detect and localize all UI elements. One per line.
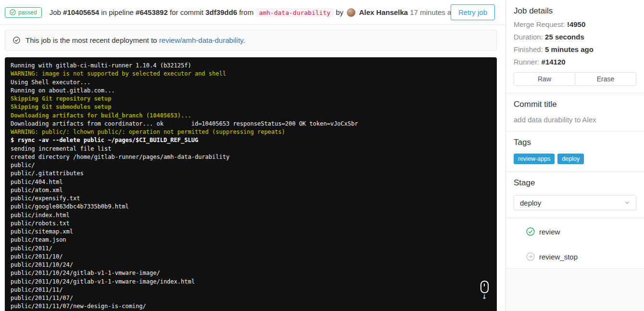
log-line: public/2011/11/07/ (11, 294, 491, 302)
pipeline-id-link[interactable]: #6453892 (136, 8, 168, 16)
log-line: Skipping Git repository setup (11, 95, 491, 103)
tag-badge[interactable]: review-apps (514, 154, 555, 164)
build-item[interactable]: review_stop (526, 251, 636, 262)
job-label: Job (50, 8, 61, 16)
log-line: public/atom.xml (11, 186, 491, 194)
build-name: review_stop (539, 253, 578, 261)
commit-sha-link[interactable]: 3df39dd6 (205, 8, 237, 16)
build-header: passed Job #10405654 in pipeline #645389… (0, 0, 505, 25)
chevron-down-icon (624, 200, 630, 206)
branch-ref-link[interactable]: amh-data-durability (255, 8, 334, 17)
from-label: from (239, 8, 253, 16)
tag-list: review-apps deploy (514, 154, 636, 164)
job-trace-terminal[interactable]: Running with gitlab-ci-multi-runner 1.10… (5, 57, 497, 311)
log-line: sending incremental file list (11, 145, 491, 153)
author-name-link[interactable]: Alex Hanselka (359, 8, 408, 16)
status-label: passed (18, 9, 37, 16)
log-line: public/team.json (11, 236, 491, 244)
build-item[interactable]: review (526, 226, 636, 237)
notice-suffix: . (243, 36, 245, 44)
log-line: public/2011/10/24/gitlab-v1-1-vmware-ima… (11, 269, 491, 277)
log-line: public/2011/11/ (11, 286, 491, 294)
log-line: public/2011/11/07/new-design-is-coming/ (11, 302, 491, 311)
log-line: public/2011/10/24/ (11, 261, 491, 269)
log-line: public/404.html (11, 178, 491, 186)
stage-header: Stage (514, 178, 636, 188)
job-details-list: Merge Request: !4950 Duration: 25 second… (514, 20, 636, 66)
detail-label: Runner: (514, 58, 539, 66)
log-line: WARNING: public/: lchown public/: operat… (11, 128, 491, 136)
stage-block: Stage deploy (506, 172, 644, 218)
job-sidebar: Job details Merge Request: !4950 Duratio… (505, 0, 644, 311)
status-manual-icon (526, 252, 535, 261)
detail-row: Duration: 25 seconds (514, 33, 636, 41)
environment-link[interactable]: review/amh-data-durability (159, 36, 243, 44)
log-line: Running on about.gitlab.com... (11, 87, 491, 95)
build-name: review (539, 228, 560, 236)
log-line: Skipping Git submodules setup (11, 103, 491, 111)
commit-title-header: Commit title (514, 100, 636, 109)
job-id-link[interactable]: #10405654 (63, 8, 99, 16)
time-ago: 17 minutes ago (410, 8, 451, 16)
log-line: public/2011/10/ (11, 253, 491, 261)
commit-title-text: add data durability to Alex (514, 116, 636, 124)
log-line: public/sitemap.xml (11, 228, 491, 236)
log-line: public/robots.txt (11, 220, 491, 228)
job-details-title: Job details (514, 6, 636, 16)
log-line: public/2011/10/24/gitlab-v1-1-vmware-ima… (11, 278, 491, 286)
job-page: passed Job #10405654 in pipeline #645389… (0, 0, 644, 311)
raw-button[interactable]: Raw (514, 72, 575, 86)
detail-label: Merge Request: (514, 20, 565, 28)
tag-badge[interactable]: deploy (557, 154, 584, 164)
log-line: $ rsync -av --delete public ~/pages/$CI_… (11, 136, 491, 144)
detail-value: !4950 (567, 20, 585, 28)
log-line: Running with gitlab-ci-multi-runner 1.10… (11, 62, 491, 70)
detail-row: Runner: #14120 (514, 58, 636, 66)
commit-title-block: Commit title add data durability to Alex (506, 93, 644, 131)
log-line: public/ (11, 161, 491, 169)
sidebar-empty-area (506, 269, 644, 311)
check-circle-icon (10, 9, 16, 15)
by-label: by (336, 8, 343, 16)
log-line: public/google863dbc4b7335b0b9.html (11, 203, 491, 211)
log-line: public/expensify.txt (11, 194, 491, 203)
log-line: Using Shell executor... (11, 78, 491, 87)
stage-select[interactable]: deploy (514, 195, 636, 210)
status-badge[interactable]: passed (5, 7, 42, 18)
trace-actions: Raw Erase (514, 72, 636, 86)
log-line: Downloading artifacts for build_branch (… (11, 112, 491, 120)
deployment-notice-text: This job is the most recent deployment t… (25, 36, 245, 44)
log-line: public/2011/ (11, 245, 491, 253)
job-summary: Job #10405654 in pipeline #6453892 for c… (50, 8, 451, 17)
notice-text: This job is the most recent deployment t… (25, 36, 157, 44)
check-circle-icon (13, 37, 20, 44)
status-success-icon (526, 227, 535, 236)
main-column: passed Job #10405654 in pipeline #645389… (0, 0, 505, 311)
stage-builds-list: review review_stop (506, 218, 644, 269)
detail-row: Finished: 5 minutes ago (514, 45, 636, 53)
tags-block: Tags review-apps deploy (506, 131, 644, 172)
autoscroll-indicator[interactable]: ↓ (479, 281, 490, 300)
log-line: Downloading artifacts from coordinator..… (11, 120, 491, 128)
log-line: public/.gitattributes (11, 169, 491, 178)
detail-value: 25 seconds (545, 33, 584, 41)
detail-row: Merge Request: !4950 (514, 20, 636, 28)
log-line: public/index.html (11, 211, 491, 220)
for-commit-label: for commit (170, 8, 203, 16)
erase-button[interactable]: Erase (575, 72, 636, 86)
mouse-scroll-icon (480, 281, 489, 293)
author-avatar[interactable] (347, 8, 355, 17)
detail-label: Finished: (514, 45, 543, 53)
tags-header: Tags (514, 138, 636, 147)
log-line: created directory /home/gitlab-runner/pa… (11, 153, 491, 161)
arrow-down-icon: ↓ (479, 294, 490, 300)
deployment-notice: This job is the most recent deployment t… (5, 30, 497, 51)
in-pipeline-label: in pipeline (101, 8, 134, 16)
retry-job-button[interactable]: Retry job (451, 4, 495, 20)
job-details-block: Job details Merge Request: !4950 Duratio… (506, 0, 644, 93)
log-line: WARNING: image is not supported by selec… (11, 70, 491, 78)
detail-label: Duration: (514, 33, 543, 41)
detail-value: #14120 (542, 58, 566, 66)
detail-value: 5 minutes ago (545, 45, 593, 53)
stage-selected-value: deploy (520, 199, 541, 207)
